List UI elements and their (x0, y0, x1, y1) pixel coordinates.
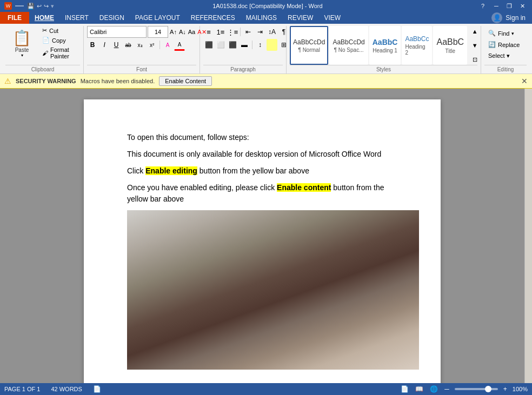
justify-btn[interactable]: ▬ (239, 39, 250, 51)
sort-btn[interactable]: ↕A (267, 26, 277, 38)
styles-label: Styles (290, 65, 477, 72)
editing-group: 🔍Find ▾ 🔄Replace Select ▾ Editing (481, 26, 530, 73)
print-view-btn[interactable]: 📄 (400, 385, 410, 393)
find-btn[interactable]: 🔍Find ▾ (484, 28, 528, 38)
zoom-level: 100% (513, 386, 528, 392)
italic-btn[interactable]: I (99, 39, 110, 51)
font-label: Font (87, 65, 196, 72)
shading-btn[interactable] (267, 39, 277, 51)
styles-gallery: AaBbCcDd ¶ Normal AaBbCcDd ¶ No Spac... … (290, 26, 477, 65)
line-spacing-btn[interactable]: ↕ (255, 39, 265, 51)
editing-label: Editing (484, 65, 527, 72)
underline-btn[interactable]: U (111, 39, 122, 51)
align-left-btn[interactable]: ⬛ (203, 39, 214, 51)
multilevel-btn[interactable]: ⋮≡ (227, 26, 238, 38)
highlight-color-btn[interactable]: A (162, 39, 173, 51)
close-btn[interactable]: ✕ (517, 2, 528, 10)
font-name-input[interactable] (87, 26, 147, 38)
document-area: To open this document, follow steps: Thi… (0, 89, 524, 383)
replace-btn[interactable]: 🔄Replace (484, 39, 528, 50)
zoom-in-btn[interactable]: + (502, 385, 508, 393)
styles-group: AaBbCcDd ¶ Normal AaBbCcDd ¶ No Spac... … (287, 26, 481, 73)
language-indicator: 📄 (93, 385, 101, 393)
copy-button[interactable]: 📄Copy (39, 36, 79, 45)
mailings-menu[interactable]: MAILINGS (241, 12, 282, 24)
page-info: PAGE 1 OF 1 (4, 386, 40, 392)
view-menu[interactable]: VIEW (318, 12, 346, 24)
styles-scroll-down[interactable]: ▼ (469, 40, 477, 51)
vertical-scrollbar[interactable] (524, 89, 532, 383)
sign-in[interactable]: 👤 Sign in (485, 12, 532, 23)
document-page[interactable]: To open this document, follow steps: Thi… (84, 99, 441, 383)
references-menu[interactable]: REFERENCES (185, 12, 241, 24)
style-normal[interactable]: AaBbCcDd ¶ Normal (290, 26, 328, 65)
security-title: SECURITY WARNING (16, 78, 76, 84)
security-icon: ⚠ (4, 77, 11, 85)
highlight-enable-editing: Enable editing (145, 166, 197, 175)
bullets-btn[interactable]: ≡ (203, 26, 214, 38)
styles-more[interactable]: ⊡ (469, 54, 477, 65)
cut-button[interactable]: ✂Cut (39, 26, 79, 35)
window-title: 1A01538.doc [Compatibility Mode] - Word (54, 3, 481, 9)
font-color-btn[interactable]: A (174, 39, 185, 51)
paragraph-group: ≡ 1≡ ⋮≡ ⇤ ⇥ ↕A ¶ ⬛ ⬜ ⬛ ▬ ↕ ⊞ Paragraph (200, 26, 287, 73)
status-bar: PAGE 1 OF 1 42 WORDS 📄 📄 📖 🌐 ─ + 100% (0, 383, 532, 395)
format-painter-button[interactable]: 🖌Format Painter (39, 45, 79, 61)
font-group: A↑ A↓ Aa A✕ B I U ab x₂ x² A A Font (84, 26, 200, 73)
review-menu[interactable]: REVIEW (282, 12, 318, 24)
doc-line-2: This document is only available for desk… (127, 149, 397, 160)
align-right-btn[interactable]: ⬛ (227, 39, 238, 51)
zoom-slider[interactable] (455, 388, 498, 390)
subscript-btn[interactable]: x₂ (135, 39, 145, 51)
zoom-out-btn[interactable]: ─ (443, 385, 450, 393)
doc-line-1: To open this document, follow steps: (127, 132, 397, 143)
security-close-btn[interactable]: ✕ (521, 77, 528, 85)
read-view-btn[interactable]: 📖 (414, 385, 424, 393)
minimize-btn[interactable]: ─ (491, 2, 502, 10)
clipboard-group: 📋 Paste ▾ ✂Cut 📄Copy 🖌Format Painter Cli… (2, 26, 84, 73)
change-case-btn[interactable]: Aa (188, 26, 196, 37)
clipboard-label: Clipboard (5, 65, 80, 72)
decrease-indent-btn[interactable]: ⇤ (243, 26, 254, 38)
title-bar: W 💾 ↩ ↪ ▾ 1A01538.doc [Compatibility Mod… (0, 0, 532, 12)
insert-menu[interactable]: INSERT (59, 12, 94, 24)
font-size-input[interactable] (148, 26, 168, 38)
document-image (127, 210, 419, 370)
security-message: Macros have been disabled. (81, 78, 155, 84)
design-menu[interactable]: DESIGN (94, 12, 130, 24)
enable-content-btn[interactable]: Enable Content (159, 76, 212, 86)
style-title[interactable]: AaBbC Title (433, 26, 467, 65)
file-menu[interactable]: FILE (0, 12, 29, 24)
shrink-font-btn[interactable]: A↓ (178, 26, 187, 37)
web-view-btn[interactable]: 🌐 (429, 385, 439, 393)
align-center-btn[interactable]: ⬜ (215, 39, 226, 51)
increase-indent-btn[interactable]: ⇥ (255, 26, 265, 38)
doc-line-3: Click Enable editing button from the yel… (127, 165, 397, 177)
style-no-spacing[interactable]: AaBbCcDd ¶ No Spac... (329, 26, 368, 65)
highlight-enable-content: Enable content (277, 183, 331, 192)
page-layout-menu[interactable]: PAGE LAYOUT (130, 12, 185, 24)
home-menu[interactable]: HOME (29, 12, 59, 24)
strikethrough-btn[interactable]: ab (123, 39, 134, 51)
security-bar: ⚠ SECURITY WARNING Macros have been disa… (0, 74, 532, 89)
style-heading2[interactable]: AaBbCc Heading 2 (402, 26, 432, 65)
select-btn[interactable]: Select ▾ (484, 51, 528, 61)
bold-btn[interactable]: B (87, 39, 98, 51)
paragraph-label: Paragraph (203, 65, 283, 72)
menu-bar: FILE HOME INSERT DESIGN PAGE LAYOUT REFE… (0, 12, 532, 24)
paste-button[interactable]: 📋 Paste ▾ (8, 28, 36, 59)
style-heading1[interactable]: AaBbC Heading 1 (369, 26, 401, 65)
superscript-btn[interactable]: x² (147, 39, 157, 51)
help-btn[interactable]: ? (481, 3, 484, 9)
grow-font-btn[interactable]: A↑ (169, 26, 177, 37)
restore-btn[interactable]: ❐ (504, 2, 515, 10)
word-count: 42 WORDS (51, 386, 82, 392)
styles-scroll-up[interactable]: ▲ (469, 26, 477, 37)
numbering-btn[interactable]: 1≡ (215, 26, 226, 38)
doc-line-4: Once you have enabled editing, please cl… (127, 182, 397, 205)
ribbon: 📋 Paste ▾ ✂Cut 📄Copy 🖌Format Painter Cli… (0, 24, 532, 74)
